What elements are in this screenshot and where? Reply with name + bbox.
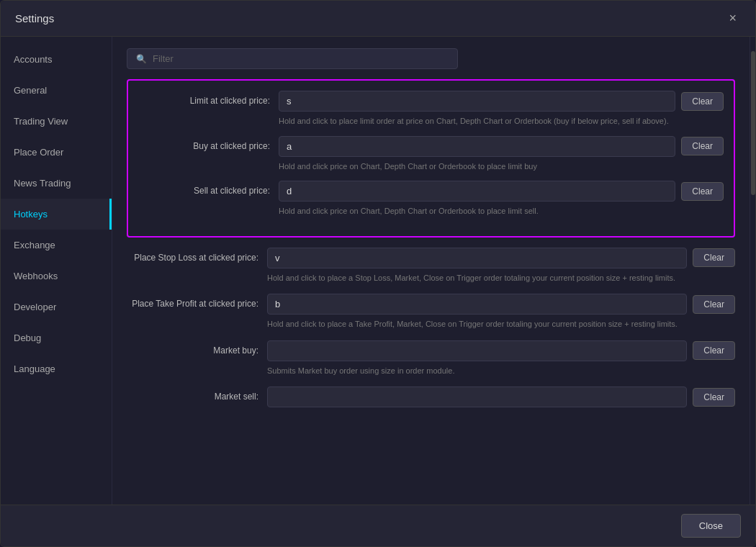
buy-at-clicked-input[interactable]: [279, 136, 675, 157]
limit-at-clicked-right: ClearHold and click to place limit order…: [279, 91, 724, 127]
stop-loss-label: Place Stop Loss at clicked price:: [127, 248, 267, 263]
take-profit-input[interactable]: [267, 294, 687, 315]
sidebar-item-developer[interactable]: Developer: [1, 291, 112, 322]
market-buy-clear-button[interactable]: Clear: [693, 341, 735, 360]
sidebar-item-place-order[interactable]: Place Order: [1, 137, 112, 168]
take-profit-clear-button[interactable]: Clear: [693, 295, 735, 314]
dialog-title: Settings: [15, 12, 54, 24]
sell-at-clicked-label: Sell at clicked price:: [138, 181, 279, 196]
limit-at-clicked-desc: Hold and click to place limit order at p…: [279, 115, 724, 127]
filter-bar: 🔍: [127, 48, 458, 69]
stop-loss-clear-button[interactable]: Clear: [693, 248, 735, 267]
take-profit-desc: Hold and click to place a Take Profit, M…: [267, 318, 735, 330]
take-profit-right: Clear Hold and click to place a Take Pro…: [267, 294, 735, 330]
limit-at-clicked-input[interactable]: [279, 91, 675, 112]
main-content: 🔍 Limit at clicked price:ClearHold and c…: [112, 37, 750, 505]
market-sell-row: Market sell: Clear: [127, 386, 735, 407]
dialog-footer: Close: [1, 505, 755, 546]
close-dialog-button[interactable]: Close: [681, 514, 741, 538]
sidebar-item-general[interactable]: General: [1, 75, 112, 106]
stop-loss-input[interactable]: [267, 248, 687, 268]
sidebar-item-language[interactable]: Language: [1, 353, 112, 384]
sell-at-clicked-input[interactable]: [279, 181, 675, 202]
sidebar: AccountsGeneralTrading ViewPlace OrderNe…: [1, 37, 112, 505]
market-buy-right: Clear Submits Market buy order using siz…: [267, 340, 735, 377]
scrollbar[interactable]: [750, 37, 755, 505]
highlighted-hotkeys-section: Limit at clicked price:ClearHold and cli…: [127, 79, 735, 238]
sell-at-clicked-row: Sell at clicked price:ClearHold and clic…: [138, 181, 724, 217]
dialog-header: Settings ×: [1, 1, 755, 37]
sidebar-item-debug[interactable]: Debug: [1, 322, 112, 353]
sell-at-clicked-clear-button[interactable]: Clear: [681, 182, 724, 201]
stop-loss-row: Place Stop Loss at clicked price: Clear …: [127, 248, 735, 284]
filter-input[interactable]: [153, 53, 449, 64]
sidebar-item-news-trading[interactable]: News Trading: [1, 168, 112, 199]
sidebar-item-hotkeys[interactable]: Hotkeys: [1, 199, 112, 230]
sidebar-item-webhooks[interactable]: Webhooks: [1, 261, 112, 291]
market-buy-row: Market buy: Clear Submits Market buy ord…: [127, 340, 735, 377]
limit-at-clicked-row: Limit at clicked price:ClearHold and cli…: [138, 91, 724, 127]
close-icon-button[interactable]: ×: [724, 9, 741, 27]
market-sell-right: Clear: [267, 386, 735, 407]
market-sell-label: Market sell:: [127, 386, 267, 402]
market-sell-clear-button[interactable]: Clear: [693, 388, 735, 407]
take-profit-label: Place Take Profit at clicked price:: [127, 294, 267, 309]
scrollbar-thumb[interactable]: [751, 51, 755, 195]
market-buy-input[interactable]: [267, 340, 687, 361]
limit-at-clicked-label: Limit at clicked price:: [138, 91, 279, 106]
buy-at-clicked-row: Buy at clicked price:ClearHold and click…: [138, 136, 724, 173]
market-sell-input[interactable]: [267, 386, 687, 407]
sell-at-clicked-desc: Hold and click price on Chart, Depth Cha…: [279, 205, 724, 217]
buy-at-clicked-right: ClearHold and click price on Chart, Dept…: [279, 136, 724, 173]
stop-loss-desc: Hold and click to place a Stop Loss, Mar…: [267, 272, 735, 284]
sidebar-item-exchange[interactable]: Exchange: [1, 230, 112, 261]
buy-at-clicked-clear-button[interactable]: Clear: [681, 137, 724, 155]
buy-at-clicked-desc: Hold and click price on Chart, Depth Cha…: [279, 161, 724, 173]
sidebar-item-trading-view[interactable]: Trading View: [1, 106, 112, 137]
stop-loss-right: Clear Hold and click to place a Stop Los…: [267, 248, 735, 284]
sell-at-clicked-right: ClearHold and click price on Chart, Dept…: [279, 181, 724, 217]
search-icon: 🔍: [136, 54, 147, 64]
market-buy-label: Market buy:: [127, 340, 267, 356]
settings-dialog: Settings × AccountsGeneralTrading ViewPl…: [0, 0, 756, 547]
market-buy-desc: Submits Market buy order using size in o…: [267, 365, 735, 377]
limit-at-clicked-clear-button[interactable]: Clear: [681, 92, 724, 111]
buy-at-clicked-label: Buy at clicked price:: [138, 136, 279, 151]
take-profit-row: Place Take Profit at clicked price: Clea…: [127, 294, 735, 330]
dialog-body: AccountsGeneralTrading ViewPlace OrderNe…: [1, 37, 755, 505]
sidebar-item-accounts[interactable]: Accounts: [1, 44, 112, 75]
